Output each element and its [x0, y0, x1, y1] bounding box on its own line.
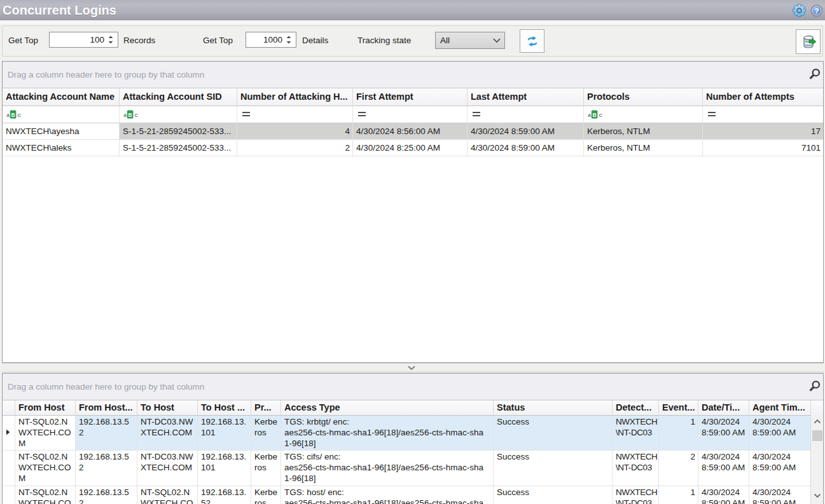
- svg-text:A: A: [6, 112, 10, 118]
- svg-text:C: C: [18, 112, 22, 118]
- svg-text:A: A: [588, 112, 592, 118]
- svg-text:B: B: [128, 112, 132, 118]
- svg-text:C: C: [135, 112, 139, 118]
- svg-text:B: B: [593, 112, 597, 118]
- svg-text:?: ?: [814, 7, 819, 15]
- svg-text:C: C: [599, 112, 603, 118]
- svg-text:A: A: [123, 112, 127, 118]
- svg-text:B: B: [11, 112, 15, 118]
